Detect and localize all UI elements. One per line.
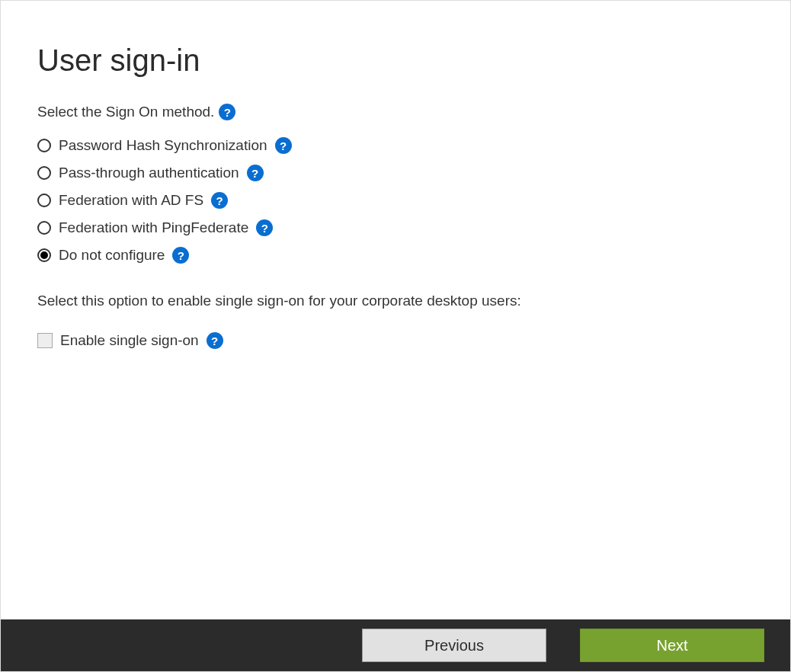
radio-icon[interactable] xyxy=(37,194,51,207)
help-icon[interactable]: ? xyxy=(211,192,228,209)
option-label: Pass-through authentication xyxy=(59,165,239,181)
content-area: User sign-in Select the Sign On method. … xyxy=(1,1,790,349)
option-pass-through-auth[interactable]: Pass-through authentication ? xyxy=(37,165,754,181)
option-label: Federation with PingFederate xyxy=(59,219,248,236)
signin-options-group: Password Hash Synchronization ? Pass-thr… xyxy=(37,137,754,264)
radio-icon[interactable] xyxy=(37,139,51,152)
option-federation-pingfederate[interactable]: Federation with PingFederate ? xyxy=(37,219,754,236)
option-label: Do not configure xyxy=(59,247,165,264)
enable-sso-row: Enable single sign-on ? xyxy=(37,332,754,349)
help-icon[interactable]: ? xyxy=(275,137,292,154)
enable-sso-label: Enable single sign-on xyxy=(60,332,199,349)
page-title: User sign-in xyxy=(37,43,754,78)
help-icon[interactable]: ? xyxy=(247,165,264,181)
option-label: Federation with AD FS xyxy=(59,192,203,209)
signin-method-prompt-row: Select the Sign On method. ? xyxy=(37,104,754,120)
option-password-hash-sync[interactable]: Password Hash Synchronization ? xyxy=(37,137,754,154)
checkbox-icon xyxy=(37,333,53,348)
option-federation-adfs[interactable]: Federation with AD FS ? xyxy=(37,192,754,209)
radio-icon[interactable] xyxy=(37,248,51,262)
radio-icon[interactable] xyxy=(37,166,51,180)
help-icon[interactable]: ? xyxy=(172,247,189,264)
previous-button[interactable]: Previous xyxy=(362,629,546,662)
wizard-footer: Previous Next xyxy=(1,619,790,671)
wizard-window: User sign-in Select the Sign On method. … xyxy=(0,0,791,672)
sso-prompt: Select this option to enable single sign… xyxy=(37,293,754,309)
signin-method-prompt: Select the Sign On method. xyxy=(37,104,214,120)
option-do-not-configure[interactable]: Do not configure ? xyxy=(37,247,754,264)
next-button[interactable]: Next xyxy=(580,629,764,662)
option-label: Password Hash Synchronization xyxy=(59,137,267,154)
help-icon[interactable]: ? xyxy=(219,104,235,120)
help-icon[interactable]: ? xyxy=(256,219,273,236)
help-icon[interactable]: ? xyxy=(207,332,223,349)
radio-icon[interactable] xyxy=(37,221,51,235)
